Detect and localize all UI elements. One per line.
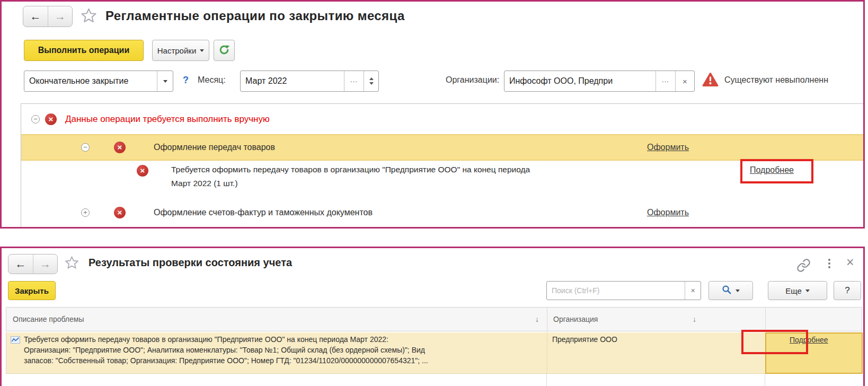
- month-ellipsis-button[interactable]: ...: [344, 71, 364, 91]
- organizations-field: Инфософт ООО, Предпри ... ×: [504, 71, 695, 92]
- column-divider: [765, 308, 766, 332]
- description-line-2: Организация: "Предприятие ООО"; Аналитик…: [24, 346, 543, 354]
- close-icon[interactable]: ×: [846, 255, 854, 270]
- menu-dots-icon[interactable]: [828, 259, 830, 268]
- month-label: Месяц:: [198, 75, 226, 85]
- month-input[interactable]: Март 2022: [241, 71, 344, 91]
- search-icon: [722, 285, 732, 296]
- chevron-down-icon: [200, 49, 204, 52]
- tree-row-label: Оформление счетов-фактур и таможенных до…: [154, 208, 373, 217]
- settings-button-label: Настройки: [157, 46, 197, 55]
- closing-type-dropdown[interactable]: [157, 71, 173, 91]
- check-results-window: ← → Результаты проверки состояния учета …: [0, 247, 865, 386]
- tree-row-label: Данные операции требуется выполнить вруч…: [65, 114, 270, 125]
- column-header-description[interactable]: Описание проблемы: [13, 315, 84, 323]
- oformit-link[interactable]: Оформить: [647, 208, 689, 217]
- refresh-button[interactable]: [214, 40, 235, 61]
- detail-line-2: Март 2022 (1 шт.): [171, 179, 238, 188]
- page-title: Регламентные операции по закрытию месяца: [105, 8, 405, 23]
- close-window-button[interactable]: Закрыть: [8, 281, 56, 300]
- error-icon: ×: [114, 142, 126, 153]
- execute-operations-button[interactable]: Выполнить операции: [24, 40, 144, 61]
- tree-row-transfer-detail[interactable]: × Требуется оформить передачу товаров в …: [21, 161, 863, 199]
- chevron-down-icon: [805, 290, 810, 292]
- more-button[interactable]: Еще: [768, 281, 827, 300]
- settings-button[interactable]: Настройки: [152, 40, 209, 61]
- error-icon: ×: [114, 207, 126, 218]
- error-icon: ×: [137, 165, 148, 177]
- forward-button[interactable]: →: [33, 255, 57, 274]
- collapse-toggle-icon[interactable]: −: [31, 115, 40, 124]
- table-header: Описание проблемы ↓ Организация ↓: [6, 307, 862, 331]
- spinner-down-icon[interactable]: [369, 82, 374, 85]
- column-divider: [547, 332, 547, 374]
- description-line-3: запасов: "Собственный товар; Организация…: [24, 356, 543, 365]
- expand-toggle-icon[interactable]: +: [81, 208, 90, 217]
- page-title: Результаты проверки состояния учета: [88, 257, 292, 269]
- column-divider: [547, 308, 547, 332]
- result-table-row[interactable]: Требуется оформить передачу товаров в ор…: [6, 332, 862, 374]
- favorite-star-icon[interactable]: [80, 7, 98, 27]
- organizations-clear-button[interactable]: ×: [675, 71, 694, 91]
- search-clear-button[interactable]: ×: [685, 282, 701, 300]
- refresh-icon: [218, 44, 230, 57]
- tree-row-transfers[interactable]: − × Оформление передач товаров Оформить: [21, 134, 863, 161]
- search-button[interactable]: [708, 281, 753, 300]
- warning-icon: [702, 72, 719, 89]
- podrobnee-link[interactable]: Подробнее: [750, 165, 794, 175]
- organizations-input[interactable]: Инфософт ООО, Предпри: [504, 71, 656, 91]
- detail-line-1: Требуется оформить передачу товаров в ор…: [171, 165, 530, 174]
- sort-down-icon[interactable]: ↓: [535, 315, 539, 323]
- back-button[interactable]: ←: [8, 255, 33, 274]
- chevron-down-icon: [163, 80, 167, 83]
- help-button[interactable]: ?: [834, 281, 861, 300]
- screenshot-canvas: ← → Регламентные операции по закрытию ме…: [0, 0, 868, 386]
- nav-button-group: ← →: [8, 254, 58, 274]
- month-field: Март 2022 ...: [240, 71, 379, 92]
- organizations-label: Организации:: [446, 75, 499, 85]
- search-field: ×: [546, 281, 701, 300]
- back-button[interactable]: ←: [23, 6, 48, 27]
- warning-text: Существуют невыполненн: [724, 75, 828, 85]
- get-link-icon[interactable]: [796, 258, 811, 275]
- organization-cell: Предприятие ООО: [552, 335, 617, 344]
- record-icon: [11, 336, 20, 346]
- tree-row-manual-group[interactable]: − × Данные операции требуется выполнить …: [21, 107, 863, 133]
- month-spinner[interactable]: [364, 71, 378, 91]
- forward-button[interactable]: →: [48, 6, 72, 27]
- collapse-toggle-icon[interactable]: −: [81, 143, 90, 152]
- spinner-up-icon[interactable]: [369, 77, 374, 80]
- tree-row-invoices[interactable]: + × Оформление счетов-фактур и таможенны…: [21, 200, 863, 226]
- chevron-down-icon: [736, 290, 740, 292]
- closing-type-value: Окончательное закрытие: [24, 71, 157, 91]
- favorite-star-icon[interactable]: [64, 255, 79, 273]
- help-link[interactable]: ?: [183, 75, 189, 86]
- description-line-1: Требуется оформить передачу товаров в ор…: [24, 335, 543, 344]
- more-button-label: Еще: [785, 286, 802, 295]
- podrobnee-link[interactable]: Подробнее: [790, 336, 828, 344]
- column-header-organization[interactable]: Организация: [553, 315, 598, 323]
- error-icon: ×: [45, 113, 57, 125]
- tree-row-label: Оформление передач товаров: [154, 143, 275, 152]
- search-input[interactable]: [547, 282, 685, 300]
- sort-down-icon[interactable]: ↓: [693, 315, 696, 323]
- selected-action-cell[interactable]: Подробнее: [765, 332, 863, 374]
- organizations-ellipsis-button[interactable]: ...: [656, 71, 675, 91]
- month-closing-window: ← → Регламентные операции по закрытию ме…: [0, 0, 865, 229]
- oformit-link[interactable]: Оформить: [647, 143, 689, 152]
- column-divider: [765, 374, 765, 386]
- nav-button-group: ← →: [23, 6, 73, 27]
- closing-type-select[interactable]: Окончательное закрытие: [24, 71, 173, 92]
- column-divider: [546, 374, 547, 386]
